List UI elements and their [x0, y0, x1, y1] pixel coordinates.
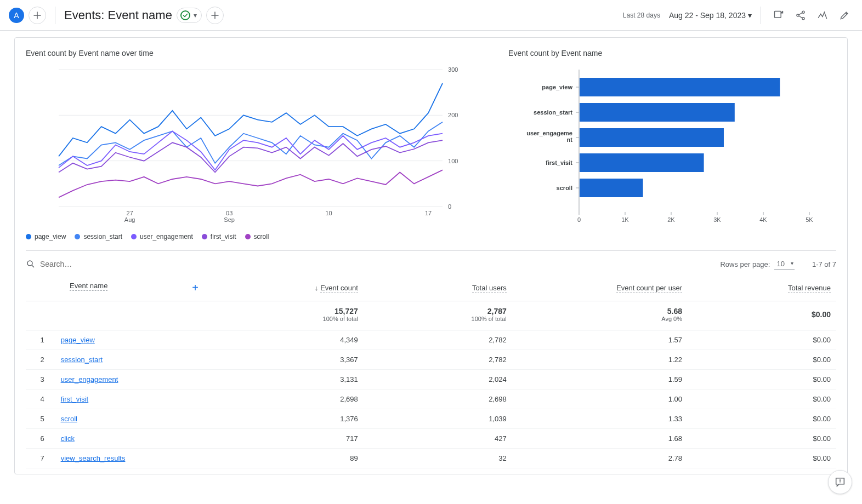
cell-revenue: $0.00: [688, 409, 836, 429]
col-event-name[interactable]: Event name: [70, 282, 107, 291]
share-icon[interactable]: [792, 7, 809, 24]
svg-text:first_visit: first_visit: [546, 159, 572, 166]
add-segment-button[interactable]: [206, 7, 224, 24]
cell-per-user: 1.33: [512, 409, 688, 429]
col-event-count[interactable]: Event count: [320, 284, 358, 293]
cell-event-count: 1,376: [215, 409, 364, 429]
total-per-user: 5.68: [518, 307, 682, 316]
customize-report-icon[interactable]: [770, 7, 787, 24]
legend-item[interactable]: page_view: [26, 233, 66, 240]
svg-text:scroll: scroll: [557, 185, 572, 191]
line-chart-title: Event count by Event name over time: [26, 49, 497, 58]
svg-text:Sep: Sep: [224, 216, 235, 223]
cell-event-count: 3,131: [215, 370, 364, 390]
divider: [55, 7, 55, 24]
svg-point-47: [27, 261, 32, 266]
row-index: 1: [26, 336, 59, 344]
svg-text:0: 0: [577, 216, 581, 223]
svg-text:user_engageme: user_engageme: [526, 130, 572, 136]
row-index: 6: [26, 434, 59, 443]
event-name-link[interactable]: session_start: [61, 356, 103, 364]
event-name-link[interactable]: click: [61, 434, 75, 443]
legend-item[interactable]: session_start: [75, 233, 122, 240]
legend-dot: [202, 234, 207, 239]
report-card: Event count by Event name over time 0100…: [14, 37, 848, 474]
cell-revenue: $0.00: [688, 390, 836, 409]
line-chart[interactable]: 010020030027Aug03Sep1017: [26, 64, 497, 228]
cell-total-users: 1,039: [364, 409, 512, 429]
rows-per-page-label: Rows per page:: [720, 260, 770, 268]
date-range-text: Aug 22 - Sep 18, 2023: [669, 11, 746, 20]
check-icon: [180, 10, 190, 20]
svg-point-1: [802, 11, 804, 13]
cell-event-count: 4,349: [215, 330, 364, 350]
event-name-link[interactable]: scroll: [61, 415, 77, 423]
legend-item[interactable]: scroll: [245, 233, 269, 240]
insights-icon[interactable]: [814, 7, 831, 24]
event-name-link[interactable]: user_engagement: [61, 375, 118, 383]
search-input[interactable]: [40, 260, 150, 268]
legend-item[interactable]: first_visit: [202, 233, 236, 240]
bar-chart[interactable]: 01K2K3K4K5Kpage_viewsession_startuser_en…: [508, 64, 836, 228]
col-event-count-per-user[interactable]: Event count per user: [616, 284, 682, 293]
event-name-link[interactable]: page_view: [61, 336, 95, 344]
svg-text:session_start: session_start: [534, 109, 572, 116]
svg-rect-31: [580, 78, 780, 96]
total-event-count-sub: 100% of total: [220, 316, 358, 322]
cell-per-user: 1.00: [512, 390, 688, 409]
bar-chart-title: Event count by Event name: [508, 49, 836, 58]
cell-event-count: 717: [215, 429, 364, 449]
search-icon: [26, 259, 36, 269]
svg-text:03: 03: [226, 210, 232, 216]
row-index: 5: [26, 415, 59, 423]
row-index: 2: [26, 356, 59, 364]
cell-revenue: $0.00: [688, 449, 836, 468]
cell-total-users: 2,782: [364, 330, 512, 350]
svg-rect-37: [580, 128, 724, 147]
cell-total-users: 2,698: [364, 390, 512, 409]
add-comparison-button[interactable]: [29, 7, 46, 24]
edit-icon[interactable]: [836, 7, 853, 24]
table-row: 6 click 717 427 1.68 $0.00: [26, 429, 836, 449]
svg-text:0: 0: [448, 203, 451, 210]
svg-text:1K: 1K: [621, 216, 629, 223]
cell-per-user: 1.59: [512, 370, 688, 390]
table-row: 1 page_view 4,349 2,782 1.57 $0.00: [26, 330, 836, 350]
row-index: 3: [26, 375, 59, 383]
feedback-button[interactable]: [828, 470, 852, 491]
legend-dot: [75, 234, 80, 239]
cell-per-user: 1.68: [512, 429, 688, 449]
add-dimension-button[interactable]: +: [192, 282, 209, 294]
cell-event-count: 3,367: [215, 350, 364, 370]
legend-dot: [131, 234, 137, 239]
svg-rect-41: [580, 153, 704, 172]
account-avatar[interactable]: A: [9, 8, 24, 23]
svg-text:3K: 3K: [713, 216, 721, 223]
chevron-down-icon: ▾: [748, 11, 752, 20]
legend-item[interactable]: user_engagement: [131, 233, 193, 240]
cell-event-count: 89: [215, 449, 364, 468]
svg-text:200: 200: [448, 112, 458, 118]
svg-text:27: 27: [127, 210, 133, 216]
table-row: 3 user_engagement 3,131 2,024 1.59 $0.00: [26, 370, 836, 390]
date-range-picker[interactable]: Aug 22 - Sep 18, 2023 ▾: [669, 11, 752, 20]
svg-text:Aug: Aug: [124, 216, 135, 223]
svg-point-2: [797, 14, 799, 16]
svg-text:4K: 4K: [759, 216, 767, 223]
event-name-link[interactable]: view_search_results: [61, 454, 126, 462]
row-index: 4: [26, 395, 59, 403]
line-chart-legend: page_view session_start user_engagement …: [26, 233, 497, 240]
cell-revenue: $0.00: [688, 429, 836, 449]
total-users: 2,787: [369, 307, 507, 316]
svg-text:5K: 5K: [806, 216, 813, 223]
table-row: 4 first_visit 2,698 2,698 1.00 $0.00: [26, 390, 836, 409]
rows-per-page-select[interactable]: 10 ▾: [774, 259, 794, 270]
row-index: 7: [26, 454, 59, 462]
sort-desc-icon: ↓: [315, 284, 319, 292]
status-chip[interactable]: ▾: [177, 8, 202, 23]
col-total-revenue[interactable]: Total revenue: [788, 284, 831, 293]
svg-text:page_view: page_view: [542, 84, 572, 90]
event-name-link[interactable]: first_visit: [61, 395, 89, 403]
col-total-users[interactable]: Total users: [472, 284, 507, 293]
svg-rect-44: [580, 179, 643, 197]
